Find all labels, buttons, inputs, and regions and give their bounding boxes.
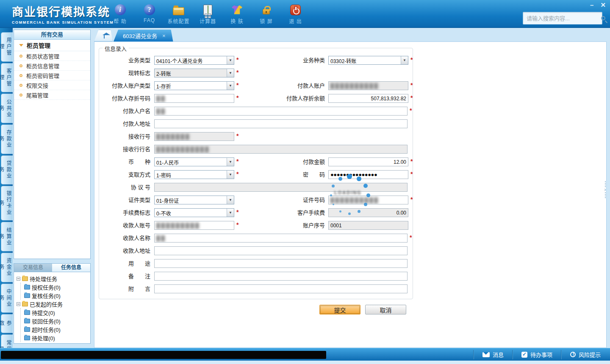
faq-button[interactable]: ? FAQ bbox=[138, 3, 161, 25]
search-input[interactable] bbox=[527, 15, 601, 22]
input-收款人名称[interactable]: ██ bbox=[154, 234, 408, 243]
close-button[interactable]: ✕ bbox=[600, 2, 606, 8]
tab-task-info[interactable]: 任务信息 bbox=[52, 264, 90, 272]
input-用 途[interactable] bbox=[154, 259, 408, 268]
exit-icon bbox=[290, 5, 301, 15]
input-value: 507,813,932.82 bbox=[371, 96, 406, 102]
rail-tab-2[interactable]: 公共业务 bbox=[1, 94, 13, 123]
dropdown-arrow-icon[interactable]: ▼ bbox=[227, 196, 234, 204]
tree-leaf-1-1[interactable]: 驳回任务(0) bbox=[24, 317, 90, 325]
dropdown-arrow-icon[interactable]: ▼ bbox=[401, 56, 408, 64]
sidebar-item-2[interactable]: 柜员密码管理 bbox=[14, 71, 90, 80]
folder-icon bbox=[24, 327, 30, 332]
input-接收行行名[interactable]: ███████████ bbox=[154, 145, 408, 154]
input-证件号码[interactable]: ██████████ bbox=[328, 196, 408, 204]
sidebar-item-0[interactable]: 柜员状态管理 bbox=[14, 51, 90, 61]
help-button[interactable]: i 帮 助 bbox=[108, 3, 132, 25]
input-付款金额[interactable]: 12.00 bbox=[328, 157, 408, 166]
rail-tab-1[interactable]: 客户管理 bbox=[1, 63, 13, 93]
rail-tab-0[interactable]: 用户管理 bbox=[1, 32, 13, 62]
input-付款人户名[interactable]: ██ bbox=[154, 107, 408, 116]
folder-icon bbox=[24, 293, 30, 298]
sidebar-item-4[interactable]: 尾箱管理 bbox=[14, 90, 90, 100]
exit-button[interactable]: 退 出 bbox=[284, 3, 307, 25]
dropdown-arrow-icon[interactable]: ▼ bbox=[227, 158, 234, 166]
rail-tab-3[interactable]: 存款业务 bbox=[1, 124, 13, 154]
select-现转标志[interactable]: 2-转账▼ bbox=[154, 69, 234, 77]
tree-leaf-1-2[interactable]: 超时任务(0) bbox=[24, 325, 90, 334]
tree-collapse-icon[interactable] bbox=[17, 277, 20, 281]
select-证件类型[interactable]: 01-身份证▼ bbox=[154, 196, 234, 204]
select-手续费标志[interactable]: 0-不收▼ bbox=[154, 208, 234, 217]
calculator-button[interactable]: 计算器 bbox=[196, 3, 219, 25]
field-label: 付款人存折余额 bbox=[271, 92, 325, 105]
select-业务类型[interactable]: 04101-个人通兑业务▼ bbox=[154, 56, 234, 65]
tree-collapse-icon[interactable] bbox=[17, 302, 20, 306]
dropdown-arrow-icon[interactable]: ▼ bbox=[227, 209, 234, 217]
rail-tab-7[interactable]: 资金业务 bbox=[1, 253, 13, 282]
select-业务种类[interactable]: 03302-转账▼ bbox=[328, 56, 408, 65]
input-value: 0.00 bbox=[396, 210, 406, 216]
tab-6032-exchange[interactable]: 6032通兑业务 × bbox=[114, 30, 173, 41]
input-收款人地址[interactable] bbox=[154, 246, 408, 255]
field-label: 接收行行名 bbox=[99, 143, 150, 156]
menu-group-teller-management[interactable]: 柜员管理 bbox=[14, 40, 90, 51]
field-label: 币 种 bbox=[99, 156, 150, 168]
rail-tab-6[interactable]: 结算业务 bbox=[1, 222, 13, 251]
input-value: 12.00 bbox=[394, 159, 406, 165]
select-支取方式[interactable]: 1-密码▼ bbox=[154, 170, 234, 179]
tree-leaf-1-0[interactable]: 待提交(0) bbox=[24, 308, 90, 317]
divider bbox=[473, 350, 474, 359]
change-skin-button[interactable]: 换 肤 bbox=[225, 3, 249, 25]
rail-tab-4[interactable]: 贷款业务 bbox=[1, 155, 13, 185]
rail-tab-9[interactable]: 参数 bbox=[1, 314, 13, 333]
select-付款人账户类型[interactable]: 1-存折▼ bbox=[154, 81, 234, 90]
tree-leaf-1-3[interactable]: 待处理(0) bbox=[24, 334, 90, 342]
sidebar-item-3[interactable]: 权限交接 bbox=[14, 80, 90, 90]
select-币 种[interactable]: 01-人民币▼ bbox=[154, 157, 234, 166]
tab-transaction-info[interactable]: 交易信息 bbox=[14, 264, 52, 272]
sidebar-item-1[interactable]: 柜员信息管理 bbox=[14, 61, 90, 71]
dropdown-arrow-icon[interactable]: ▼ bbox=[227, 56, 234, 64]
input-账户序号[interactable]: 0001 bbox=[328, 221, 408, 230]
tree-node-0[interactable]: 待处理任务 bbox=[17, 274, 90, 283]
bullet-icon bbox=[19, 94, 22, 97]
select-value: 01-身份证 bbox=[155, 196, 227, 204]
tree-node-1[interactable]: 已发起的任务 bbox=[17, 300, 90, 308]
cancel-button[interactable]: 取消 bbox=[365, 305, 406, 314]
input-value: ██ bbox=[156, 108, 166, 114]
divider bbox=[512, 350, 513, 359]
tree-leaf-0-0[interactable]: 授权任务(0) bbox=[24, 283, 90, 291]
input-付款人存折号码[interactable]: ██ bbox=[154, 94, 234, 103]
rail-tab-5[interactable]: 银行卡业务 bbox=[1, 186, 13, 221]
search-icon[interactable] bbox=[601, 16, 605, 20]
input-收款人账号[interactable]: █████████ bbox=[154, 221, 234, 230]
input-协 议 号[interactable] bbox=[154, 183, 408, 192]
system-config-button[interactable]: 系统配置 bbox=[167, 3, 190, 25]
input-客户手续费[interactable]: 0.00 bbox=[328, 208, 408, 217]
input-附 言[interactable] bbox=[154, 284, 408, 293]
panel-collapse-handle[interactable]: › bbox=[602, 179, 608, 200]
submit-button[interactable]: 提交 bbox=[319, 305, 360, 314]
rail-tab-8[interactable]: 中间业务 bbox=[1, 284, 13, 313]
bullet-icon bbox=[19, 55, 22, 58]
input-付款人存折余额[interactable]: 507,813,932.82 bbox=[328, 94, 408, 103]
input-付款人地址[interactable] bbox=[154, 119, 408, 128]
required-asterisk: * bbox=[236, 82, 238, 88]
tab-close-icon[interactable]: × bbox=[162, 33, 166, 39]
statusbar-todo[interactable]: 待办事项 bbox=[515, 348, 559, 361]
tab-home[interactable] bbox=[94, 30, 113, 41]
input-付款人账户[interactable]: ██████████ bbox=[328, 81, 408, 90]
bullet-icon bbox=[19, 64, 22, 67]
minimize-button[interactable]: – bbox=[590, 2, 593, 8]
dropdown-arrow-icon[interactable]: ▼ bbox=[227, 171, 234, 179]
statusbar-risk[interactable]: 风险提示 bbox=[563, 348, 607, 361]
input-备 注[interactable] bbox=[154, 272, 408, 281]
input-接收行号[interactable]: ███████ bbox=[154, 132, 234, 141]
dropdown-arrow-icon[interactable]: ▼ bbox=[227, 69, 234, 77]
lock-screen-button[interactable]: 锁 屏 bbox=[255, 3, 278, 25]
input-密 码[interactable]: ●●●●●●●●●●●●●●● bbox=[328, 170, 408, 179]
statusbar-messages[interactable]: 消息 bbox=[476, 348, 510, 361]
tree-leaf-0-1[interactable]: 复核任务(0) bbox=[24, 291, 90, 300]
dropdown-arrow-icon[interactable]: ▼ bbox=[227, 82, 234, 90]
